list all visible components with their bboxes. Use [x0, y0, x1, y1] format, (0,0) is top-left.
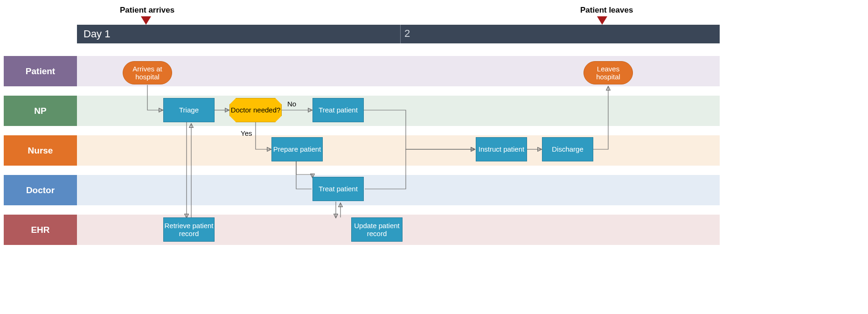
timeline-day1-label: Day 1 [77, 28, 110, 40]
edge-label-yes: Yes [241, 129, 252, 137]
lane-label-text: Patient [26, 66, 55, 77]
lane-label-np: NP [4, 96, 77, 126]
node-label: Instruct patient [479, 145, 524, 153]
node-treat-doctor: Treat patient [312, 177, 364, 201]
lane-body-nurse [77, 135, 720, 166]
node-label: Doctor needed? [231, 106, 281, 114]
lane-label-text: EHR [31, 225, 49, 235]
lane-label-text: Nurse [28, 146, 53, 156]
node-instruct: Instruct patient [476, 137, 527, 161]
lane-label-nurse: Nurse [4, 135, 77, 166]
node-treat-np: Treat patient [312, 98, 364, 122]
node-label: Update patient record [352, 222, 402, 238]
lane-label-text: NP [34, 106, 46, 116]
marker-arrive-icon [141, 16, 151, 25]
node-doctor-needed: Doctor needed? [229, 98, 282, 122]
node-label: Arrives at hospital [129, 65, 166, 81]
node-label: Treat patient [319, 185, 358, 193]
lane-label-patient: Patient [4, 56, 77, 86]
lane-body-doctor [77, 175, 720, 205]
node-label: Prepare patient [273, 145, 321, 153]
node-label: Leaves hospital [590, 65, 627, 81]
node-triage: Triage [163, 98, 215, 122]
timeline-divider [400, 25, 401, 43]
lane-label-text: Doctor [26, 185, 55, 195]
node-arrives: Arrives at hospital [123, 61, 172, 84]
node-discharge: Discharge [542, 137, 593, 161]
timeline-day2-label: 2 [404, 28, 410, 40]
event-label-leave: Patient leaves [580, 6, 633, 15]
timeline-bar: Day 1 2 [77, 25, 720, 43]
marker-leave-icon [597, 16, 607, 25]
edge-label-no: No [287, 100, 296, 108]
node-prepare: Prepare patient [271, 137, 323, 161]
swimlane-diagram: Patient arrives Patient leaves Day 1 2 P… [0, 0, 868, 314]
node-retrieve-record: Retrieve patient record [163, 217, 215, 242]
node-label: Treat patient [319, 106, 358, 114]
event-label-arrive: Patient arrives [120, 6, 174, 15]
node-leaves: Leaves hospital [583, 61, 633, 84]
node-label: Discharge [552, 145, 583, 153]
node-update-record: Update patient record [351, 217, 403, 242]
lane-label-ehr: EHR [4, 215, 77, 245]
node-label: Triage [179, 106, 199, 114]
lane-label-doctor: Doctor [4, 175, 77, 205]
node-label: Retrieve patient record [164, 222, 214, 238]
